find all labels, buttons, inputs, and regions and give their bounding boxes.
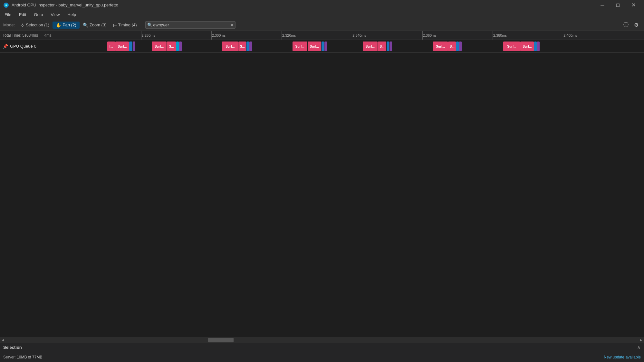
panel-collapse-button[interactable]: ∧ [637,344,641,350]
timing-icon: ⊢ [113,23,117,28]
panel-title: Selection [3,345,22,350]
ruler-tick: 2,320ms [282,31,296,40]
timeline-group: Surf...Surf... [293,41,327,51]
toolbar: Mode: ⊹ Selection (1) ✋ Pan (2) 🔍 Zoom (… [0,19,644,31]
pin-icon[interactable]: 📌 [3,44,8,49]
timeline-group: Surf...S... [222,41,252,51]
timeline-block[interactable]: Surf... [293,42,307,51]
search-input[interactable] [145,21,235,29]
horizontal-scrollbar[interactable]: ◀ ▶ [0,337,644,343]
mode-selection-button[interactable]: ⊹ Selection (1) [17,22,53,29]
close-button[interactable]: ✕ [626,0,641,10]
gpu-queue-row: 📌 GPU Queue 0 f...Surf...Surf...S...Surf… [0,40,644,53]
app-icon [3,2,9,8]
mode-timing-button[interactable]: ⊢ Timing (4) [110,22,140,29]
info-button[interactable]: ⓘ [621,21,630,30]
zoom-icon: 🔍 [83,23,88,28]
panel-content: Server: 10MB of 77MB New update availabl… [0,352,644,362]
timeline-block[interactable]: Surf... [363,42,378,51]
menu-file[interactable]: File [1,11,14,18]
timeline-block[interactable]: S... [378,42,386,51]
search-container: 🔍 ✕ [145,21,235,29]
timeline-block[interactable] [133,42,135,51]
timeline-block[interactable]: Surf... [115,42,129,51]
time-ruler: Total Time: 5s034ms 4ms 2,280ms2,300ms2,… [0,31,644,40]
update-link[interactable]: New update available [604,355,641,359]
timeline-block[interactable] [387,42,389,51]
menu-edit[interactable]: Edit [16,11,29,18]
maximize-button[interactable]: □ [610,0,625,10]
timeline-group: Surf...S... [363,41,392,51]
svg-point-2 [5,5,7,6]
timeline-block[interactable]: Surf... [503,42,520,51]
queue-label: 📌 GPU Queue 0 [0,44,103,49]
timeline-block[interactable]: Surf... [222,42,238,51]
timeline-block[interactable]: Surf... [433,42,448,51]
timeline-block[interactable] [456,42,459,51]
window-title: Android GPU Inspector - baby_marvel_unit… [12,3,595,7]
timeline-group: Surf...S... [152,41,182,51]
window-controls: ─ □ ✕ [595,0,641,10]
timeline-block[interactable]: S... [238,42,246,51]
empty-area [0,53,644,337]
server-info: Server: 10MB of 77MB [3,355,42,359]
timeline-block[interactable] [176,42,179,51]
menu-view[interactable]: View [48,11,63,18]
selection-icon: ⊹ [21,23,24,28]
menu-goto[interactable]: Goto [31,11,46,18]
main-content: 📌 GPU Queue 0 f...Surf...Surf...S...Surf… [0,40,644,337]
bottom-panel: Selection ∧ Server: 10MB of 77MB New upd… [0,343,644,362]
timeline-block[interactable] [249,42,252,51]
timeline-block[interactable] [322,42,324,51]
timeline-block[interactable]: S... [167,42,176,51]
timeline-block[interactable] [389,42,392,51]
timeline-block[interactable] [537,42,540,51]
scroll-right-arrow[interactable]: ▶ [638,337,644,343]
timeline-group: Surf...S... [433,41,462,51]
timeline-group: f...Surf... [107,41,135,51]
timeline-block[interactable] [129,42,132,51]
menu-help[interactable]: Help [64,11,80,18]
timeline-block[interactable] [534,42,537,51]
scroll-left-arrow[interactable]: ◀ [0,337,6,343]
panel-header: Selection ∧ [0,343,644,352]
server-label: Server: [3,355,16,359]
pan-icon: ✋ [56,23,61,28]
ruler-tick: 2,380ms [493,31,507,40]
timeline-block[interactable]: S... [448,42,456,51]
ruler-total-time: Total Time: 5s034ms 4ms [0,33,103,38]
mode-label: Mode: [3,23,15,27]
scroll-thumb[interactable] [208,338,234,342]
timeline-block[interactable] [324,42,327,51]
mode-pan-button[interactable]: ✋ Pan (2) [53,22,80,29]
timeline-block[interactable] [179,42,182,51]
timeline-group: Surf...Surf... [503,41,540,51]
ruler-tick: 2,300ms [211,31,226,40]
settings-button[interactable]: ⚙ [632,21,641,30]
ruler-tick: 2,280ms [141,31,155,40]
ruler-tick: 2,340ms [352,31,366,40]
ruler-tick: 2,360ms [422,31,437,40]
queue-label-text: GPU Queue 0 [10,44,36,49]
timeline-block[interactable] [459,42,462,51]
mode-zoom-button[interactable]: 🔍 Zoom (3) [80,22,110,29]
ruler-ticks: 2,280ms2,300ms2,320ms2,340ms2,360ms2,380… [103,31,644,40]
timeline-block[interactable]: Surf... [308,42,321,51]
timeline-block[interactable] [246,42,249,51]
ruler-tick: 2,400ms [563,31,577,40]
timeline-block[interactable]: Surf... [520,42,534,51]
timeline-block[interactable]: f... [107,42,115,51]
search-clear-button[interactable]: ✕ [230,23,234,28]
title-bar: Android GPU Inspector - baby_marvel_unit… [0,0,644,10]
queue-timeline: f...Surf...Surf...S...Surf...S...Surf...… [103,40,644,52]
menu-bar: File Edit Goto View Help [0,10,644,19]
minimize-button[interactable]: ─ [595,0,610,10]
timeline-block[interactable]: Surf... [152,42,167,51]
scroll-track[interactable] [6,337,638,343]
server-value: 10MB of 77MB [17,355,42,359]
